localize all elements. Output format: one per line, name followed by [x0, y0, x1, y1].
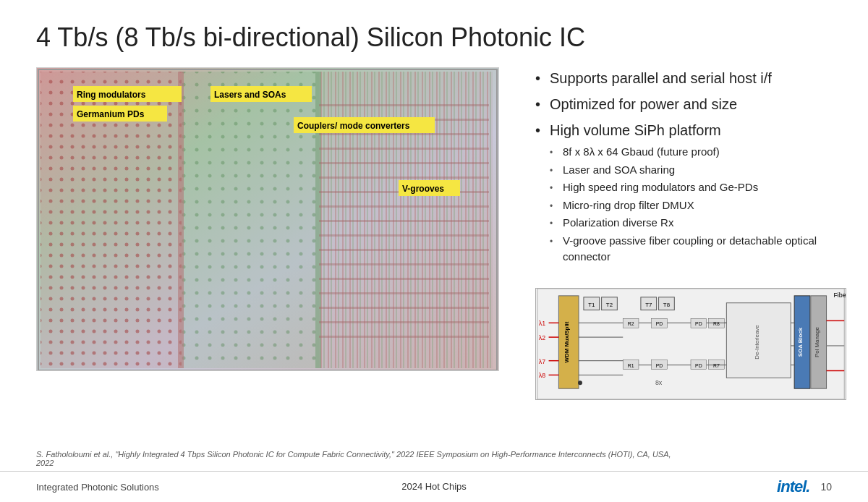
- chip-svg: Ring modulators Germanium PDs Lasers and…: [37, 68, 499, 371]
- chip-image: Ring modulators Germanium PDs Lasers and…: [36, 67, 499, 371]
- label-vgrooves: V-grooves: [402, 184, 444, 194]
- label-ring-mod: Ring modulators: [77, 90, 146, 100]
- svg-text:R2: R2: [628, 321, 634, 326]
- sub-bullet-5: Polarization diverse Rx: [550, 215, 846, 231]
- svg-rect-25: [319, 249, 489, 251]
- slide-footer: Integrated Photonic Solutions 2024 Hot C…: [0, 471, 868, 502]
- page-number: 10: [820, 481, 832, 493]
- footer-right: intel. 10: [777, 477, 832, 496]
- footer-center: 2024 Hot Chips: [401, 481, 467, 492]
- svg-text:PD: PD: [656, 362, 663, 367]
- photonic-diagram: WDM Mux/Split De-Interleave SOA Block Po…: [535, 288, 846, 400]
- intel-logo: intel.: [777, 477, 809, 496]
- label-lasers: Lasers and SOAs: [214, 90, 286, 100]
- bullet-3: High volume SiPh platform 8f x 8λ x 64 G…: [535, 119, 846, 265]
- citation-text: S. Fathololoumi et al., "Highly Integrat…: [36, 450, 687, 467]
- svg-text:SOA Block: SOA Block: [797, 327, 804, 357]
- svg-text:8x: 8x: [655, 379, 663, 386]
- svg-rect-29: [319, 307, 489, 309]
- svg-rect-13: [178, 72, 184, 368]
- slide: 4 Tb/s (8 Tb/s bi-directional) Silicon P…: [0, 0, 868, 502]
- svg-rect-26: [319, 263, 489, 265]
- svg-rect-17: [319, 133, 489, 135]
- slide-content: Ring modulators Germanium PDs Lasers and…: [0, 67, 868, 446]
- svg-text:Fiber: Fiber: [833, 292, 846, 299]
- svg-text:WDM Mux/Split: WDM Mux/Split: [563, 321, 570, 362]
- svg-text:λ8: λ8: [539, 372, 545, 379]
- right-panel: Supports parallel and serial host i/f Op…: [535, 67, 846, 439]
- citation-row: S. Fathololoumi et al., "Highly Integrat…: [0, 446, 868, 471]
- svg-rect-30: [319, 321, 489, 323]
- svg-text:PD: PD: [695, 362, 702, 367]
- sub-bullet-1: 8f x 8λ x 64 Gbaud (future proof): [550, 144, 846, 161]
- svg-text:R8: R8: [713, 321, 720, 326]
- svg-text:λ1: λ1: [539, 320, 545, 327]
- bullet-2: Optimized for power and size: [535, 93, 846, 115]
- svg-text:λ7: λ7: [539, 357, 545, 365]
- svg-point-98: [578, 380, 582, 385]
- svg-text:PD: PD: [695, 321, 702, 326]
- label-couplers: Couplers/ mode converters: [297, 121, 410, 131]
- svg-rect-28: [319, 292, 489, 294]
- svg-rect-22: [319, 205, 489, 208]
- svg-rect-23: [319, 220, 489, 222]
- svg-text:De-Interleave: De-Interleave: [754, 324, 760, 359]
- main-bullet-list: Supports parallel and serial host i/f Op…: [535, 67, 846, 270]
- sub-bullet-3: High speed ring modulators and Ge-PDs: [550, 179, 846, 196]
- svg-rect-31: [319, 336, 489, 338]
- svg-text:T8: T8: [663, 301, 671, 307]
- sub-bullet-4: Micro-ring drop filter DMUX: [550, 197, 846, 214]
- svg-text:T7: T7: [645, 301, 652, 307]
- svg-rect-20: [319, 176, 489, 179]
- svg-rect-27: [319, 278, 489, 280]
- bullet-1: Supports parallel and serial host i/f: [535, 67, 846, 89]
- diagram-svg: WDM Mux/Split De-Interleave SOA Block Po…: [536, 289, 846, 399]
- sub-bullet-6: V-groove passive fiber coupling or detac…: [550, 233, 846, 265]
- footer-left: Integrated Photonic Solutions: [36, 482, 159, 493]
- svg-rect-19: [319, 162, 489, 164]
- sub-bullet-list: 8f x 8λ x 64 Gbaud (future proof) Laser …: [550, 144, 846, 265]
- svg-text:Pol Manage: Pol Manage: [814, 326, 820, 357]
- svg-rect-10: [182, 72, 319, 368]
- sub-bullet-2: Laser and SOA sharing: [550, 162, 846, 179]
- svg-rect-18: [319, 148, 489, 150]
- svg-rect-24: [319, 234, 489, 237]
- left-panel: Ring modulators Germanium PDs Lasers and…: [36, 67, 506, 439]
- svg-text:R1: R1: [628, 362, 634, 367]
- svg-text:PD: PD: [656, 321, 663, 326]
- svg-rect-15: [319, 104, 489, 106]
- svg-text:T2: T2: [606, 301, 613, 307]
- label-germanium: Germanium PDs: [77, 109, 145, 119]
- svg-text:λ2: λ2: [539, 334, 545, 341]
- slide-title: 4 Tb/s (8 Tb/s bi-directional) Silicon P…: [0, 0, 868, 67]
- footer-row: Integrated Photonic Solutions 2024 Hot C…: [36, 477, 832, 496]
- svg-text:T1: T1: [588, 301, 595, 307]
